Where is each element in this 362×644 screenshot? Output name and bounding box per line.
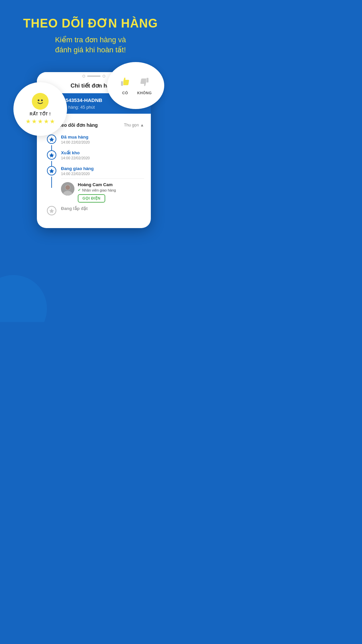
delivery-avatar <box>61 182 74 196</box>
tracking-section: Theo dõi đơn hàng Thu gọn ▲ <box>40 116 148 225</box>
rating-bubble: RẤT TỐT ! ★ ★ ★ ★ ★ <box>13 82 67 136</box>
svg-marker-12 <box>49 137 54 142</box>
svg-rect-4 <box>146 78 148 83</box>
delivery-role-label: Nhân viên giao hàng <box>82 188 116 192</box>
thumbs-up-icon <box>120 76 130 90</box>
timeline-time-1: 14:00 22/02/2020 <box>61 140 90 144</box>
timeline-item-4: Đang lắp đặt <box>47 206 144 215</box>
subtitle: Kiểm tra đơn hàng và đánh giá khi hoàn t… <box>0 35 181 56</box>
timeline-time-2: 14:00 22/02/2020 <box>61 156 90 160</box>
timeline-content-1: Đã mua hàng 14:00 22/02/2020 <box>61 135 90 144</box>
dot-1 <box>82 75 85 77</box>
timeline-label-1: Đã mua hàng <box>61 135 90 140</box>
timeline-label-3: Đang giao hàng <box>61 166 94 171</box>
status-dots <box>82 75 105 77</box>
timeline-content-4: Đang lắp đặt <box>61 206 88 211</box>
timeline-label-2: Xuất kho <box>61 150 90 155</box>
svg-point-18 <box>65 185 70 190</box>
thumb-yes[interactable]: CÓ <box>120 76 130 95</box>
svg-rect-3 <box>121 81 123 86</box>
timeline-item-1: Đã mua hàng 14:00 22/02/2020 <box>47 135 144 144</box>
phone-area: RẤT TỐT ! ★ ★ ★ ★ ★ CÓ <box>27 72 154 228</box>
timeline-node-4 <box>47 206 56 215</box>
smiley-icon <box>32 93 49 110</box>
star-5: ★ <box>50 118 55 125</box>
timeline-node-1 <box>47 135 56 144</box>
svg-point-0 <box>35 96 46 107</box>
chevron-up-icon: ▲ <box>140 123 144 127</box>
svg-point-2 <box>41 100 43 101</box>
call-button[interactable]: GỌI ĐIỆN <box>78 194 105 203</box>
delivery-name: Hoàng Cam Cam <box>78 182 116 187</box>
thumb-no-label: KHÔNG <box>137 91 152 95</box>
thumbs-down-icon <box>139 76 150 90</box>
timeline: Đã mua hàng 14:00 22/02/2020 Xuất kho <box>44 135 144 215</box>
delivery-role: ✔ Nhân viên giao hàng <box>78 188 116 192</box>
status-line <box>87 75 101 77</box>
subtitle-line2: đánh giá khi hoàn tất! <box>55 46 126 54</box>
timeline-item-3: Đang giao hàng 14:00 22/02/2020 <box>47 166 144 176</box>
timeline-time-3: 14:00 22/02/2020 <box>61 172 94 176</box>
svg-marker-13 <box>49 153 54 157</box>
thumb-yes-label: CÓ <box>122 91 128 95</box>
collapse-label: Thu gọn <box>124 123 139 127</box>
svg-marker-14 <box>49 169 54 173</box>
svg-marker-19 <box>49 209 54 213</box>
page-wrapper: THEO DÕI ĐƠN HÀNG Kiểm tra đơn hàng và đ… <box>0 0 181 322</box>
subtitle-line1: Kiểm tra đơn hàng và <box>55 36 126 44</box>
rating-label: RẤT TỐT ! <box>30 112 51 116</box>
timeline-label-4: Đang lắp đặt <box>61 206 88 211</box>
star-3: ★ <box>38 118 43 125</box>
stars-row: ★ ★ ★ ★ ★ <box>25 118 55 125</box>
check-icon: ✔ <box>78 188 81 192</box>
delivery-info: Hoàng Cam Cam ✔ Nhân viên giao hàng GỌI … <box>78 182 116 203</box>
star-4: ★ <box>44 118 49 125</box>
thumbs-bubble: CÓ KHÔNG <box>107 62 164 109</box>
star-2: ★ <box>32 118 37 125</box>
thumb-no[interactable]: KHÔNG <box>137 76 152 95</box>
delivery-card: Hoàng Cam Cam ✔ Nhân viên giao hàng GỌI … <box>61 178 144 203</box>
dot-2 <box>103 75 105 77</box>
header-section: THEO DÕI ĐƠN HÀNG Kiểm tra đơn hàng và đ… <box>0 0 181 62</box>
collapse-button[interactable]: Thu gọn ▲ <box>124 123 144 127</box>
timeline-node-3 <box>47 166 56 175</box>
background-blob <box>0 275 47 322</box>
timeline-content-2: Xuất kho 14:00 22/02/2020 <box>61 150 90 160</box>
timeline-item-2: Xuất kho 14:00 22/02/2020 <box>47 150 144 160</box>
timeline-node-2 <box>47 150 56 160</box>
main-title: THEO DÕI ĐƠN HÀNG <box>0 17 181 30</box>
timeline-content-3: Đang giao hàng 14:00 22/02/2020 <box>61 166 94 176</box>
star-1: ★ <box>25 118 31 125</box>
svg-point-1 <box>38 100 40 101</box>
